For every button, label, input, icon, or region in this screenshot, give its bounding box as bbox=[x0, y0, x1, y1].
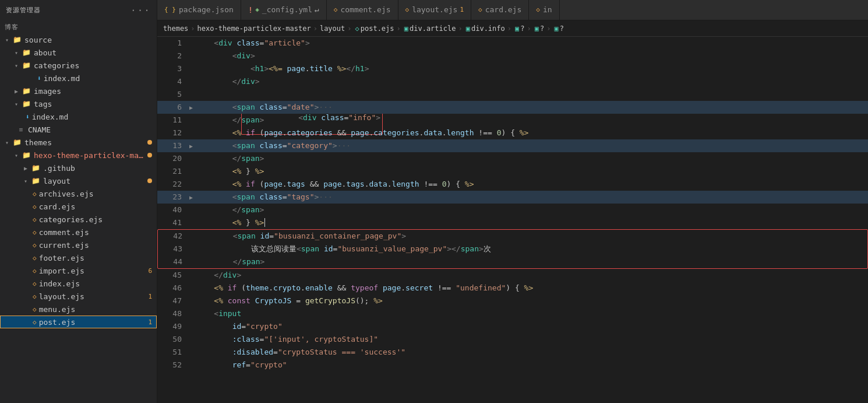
editor-content: 1 <div class="article"> 2 <div> 3 <h1><%… bbox=[157, 37, 868, 403]
line-code-4: </div> bbox=[196, 75, 868, 88]
sidebar-item-github[interactable]: ▶ 📁 .github bbox=[0, 162, 157, 174]
tab-icon-config: ◈ bbox=[255, 6, 259, 13]
line-num-11: 11 bbox=[157, 114, 186, 127]
line-code-6: <span class="date">··· bbox=[196, 101, 868, 114]
line-code-45: </div> bbox=[196, 269, 868, 282]
sidebar-label-tags: tags bbox=[34, 100, 157, 108]
line-num-50: 50 bbox=[157, 333, 186, 346]
sidebar-item-layout[interactable]: ▾ 📁 layout bbox=[0, 174, 157, 187]
line-num-6: 6 bbox=[157, 101, 186, 114]
line-code-43: 该文总阅读量<span id="busuanzi_value_page_pv">… bbox=[196, 243, 867, 255]
sidebar-item-tags[interactable]: ▾ 📁 tags bbox=[0, 97, 157, 110]
sidebar-item-cname[interactable]: ≡ CNAME bbox=[0, 123, 157, 136]
line-21: 21 <% } %> bbox=[157, 165, 868, 178]
ejs-icon-layout: ◇ bbox=[33, 293, 37, 300]
line-22: 22 <% if (page.tags && page.tags.data.le… bbox=[157, 178, 868, 191]
bc-post: post.ejs bbox=[361, 24, 394, 33]
line-code-40: </span> bbox=[196, 204, 868, 216]
sidebar-item-menu[interactable]: ◇ menu.ejs bbox=[0, 303, 157, 316]
tab-label-card: card.ejs bbox=[485, 5, 522, 14]
sidebar-item-archives[interactable]: ◇ archives.ejs bbox=[0, 187, 157, 200]
line-5: 5 <div class="info"> bbox=[157, 88, 868, 101]
bc-sep-7: › bbox=[527, 24, 531, 33]
sidebar-label-import: import.ejs bbox=[39, 267, 149, 275]
line-code-48: <input bbox=[196, 307, 868, 320]
bc-icon-6: ▣ bbox=[554, 24, 558, 33]
breadcrumb: themes › hexo-theme-particlex-master › l… bbox=[157, 20, 868, 37]
sidebar-item-categories[interactable]: ▾ 📁 categories bbox=[0, 59, 157, 72]
line-num-23: 23 bbox=[157, 191, 186, 204]
sidebar-item-images[interactable]: ▶ 📁 images bbox=[0, 85, 157, 97]
tab-config[interactable]: ! ◈ _config.yml ↵ bbox=[241, 0, 327, 20]
editor-lines: 1 <div class="article"> 2 <div> 3 <h1><%… bbox=[157, 37, 868, 403]
sidebar-item-comment[interactable]: ◇ comment.ejs bbox=[0, 226, 157, 239]
line-arrow-13[interactable]: ▶ bbox=[186, 143, 196, 149]
md-icon-1: ⬇ bbox=[37, 75, 41, 82]
line-arrow-6[interactable]: ▶ bbox=[186, 104, 196, 111]
line-3: 3 <h1><%= page.title %></h1> bbox=[157, 62, 868, 75]
sidebar-label-hexo: hexo-theme-particlex-master bbox=[34, 151, 147, 160]
line-45: 45 </div> bbox=[157, 269, 868, 282]
arrow-hexo: ▾ bbox=[12, 152, 21, 159]
ejs-icon-card: ◇ bbox=[33, 203, 37, 211]
bc-hexo: hexo-theme-particlex-master bbox=[197, 24, 311, 33]
bc-sep-8: › bbox=[546, 24, 551, 33]
sidebar-item-index-ejs[interactable]: ◇ index.ejs bbox=[0, 277, 157, 290]
line-code-23: <span class="tags">··· bbox=[196, 191, 868, 204]
tab-package[interactable]: { } package.json bbox=[157, 0, 241, 20]
bc-q1: ? bbox=[520, 24, 524, 33]
sidebar-item-post[interactable]: ◇ post.ejs 1 bbox=[0, 316, 157, 328]
line-num-47: 47 bbox=[157, 295, 186, 307]
sidebar-item-themes[interactable]: ▾ 📁 themes bbox=[0, 136, 157, 149]
sidebar-item-source[interactable]: ▾ 📁 source bbox=[0, 33, 157, 46]
sidebar-item-categories-ejs[interactable]: ◇ categories.ejs bbox=[0, 213, 157, 226]
sidebar-item-current[interactable]: ◇ current.ejs bbox=[0, 239, 157, 251]
line-code-13: <span class="category">··· bbox=[196, 139, 868, 152]
sidebar-item-index-md-2[interactable]: ⬇ index.md bbox=[0, 110, 157, 123]
sidebar-label-themes: themes bbox=[24, 138, 147, 147]
line-num-3: 3 bbox=[157, 62, 186, 75]
line-code-3: <h1><%= page.title %></h1> bbox=[196, 62, 868, 75]
arrow-source: ▾ bbox=[2, 37, 12, 43]
sidebar-item-index-md-1[interactable]: ⬇ index.md bbox=[0, 72, 157, 85]
tab-label-config: _config.yml bbox=[262, 5, 312, 14]
line-4: 4 </div> bbox=[157, 75, 868, 88]
line-num-13: 13 bbox=[157, 139, 186, 152]
line-code-5: <div class="info"> bbox=[196, 88, 868, 101]
line-arrow-23[interactable]: ▶ bbox=[186, 194, 196, 201]
line-code-1: <div class="article"> bbox=[196, 37, 868, 50]
tab-layout[interactable]: ◇ layout.ejs 1 bbox=[398, 0, 472, 20]
sidebar-section-blog[interactable]: 博客 bbox=[0, 20, 157, 33]
line-num-48: 48 bbox=[157, 307, 186, 320]
bc-layout: layout bbox=[320, 24, 345, 33]
tab-card[interactable]: ◇ card.ejs bbox=[471, 0, 529, 20]
line-42: 42 <span id="busuanzi_container_page_pv"… bbox=[158, 230, 867, 243]
tab-in[interactable]: ◇ in bbox=[529, 0, 559, 20]
sidebar-label-index-ejs: index.ejs bbox=[39, 279, 157, 288]
editor-area: { } package.json ! ◈ _config.yml ↵ ◇ com… bbox=[157, 0, 868, 403]
arrow-categories: ▾ bbox=[12, 62, 21, 69]
sidebar-label-about: about bbox=[34, 48, 157, 57]
sidebar-item-import[interactable]: ◇ import.ejs 6 bbox=[0, 264, 157, 277]
sidebar-item-footer[interactable]: ◇ footer.ejs bbox=[0, 251, 157, 264]
arrow-tags: ▾ bbox=[12, 101, 21, 107]
bc-sep-3: › bbox=[347, 24, 351, 33]
sidebar-item-hexo-theme[interactable]: ▾ 📁 hexo-theme-particlex-master bbox=[0, 149, 157, 162]
sidebar-item-card[interactable]: ◇ card.ejs bbox=[0, 200, 157, 213]
bc-div-info: div.info bbox=[471, 24, 505, 33]
line-num-1: 1 bbox=[157, 37, 186, 50]
tab-comment[interactable]: ◇ comment.ejs bbox=[327, 0, 398, 20]
sidebar-label-comment: comment.ejs bbox=[39, 228, 157, 237]
line-44: 44 </span> bbox=[158, 255, 867, 268]
ejs-icon-import: ◇ bbox=[33, 267, 37, 275]
ejs-icon-comment: ◇ bbox=[33, 229, 37, 236]
tab-icon-layout: ◇ bbox=[405, 6, 410, 13]
sidebar-more-button[interactable]: ··· bbox=[130, 5, 151, 16]
ejs-icon-archives: ◇ bbox=[33, 190, 37, 198]
line-43: 43 该文总阅读量<span id="busuanzi_value_page_p… bbox=[158, 243, 867, 255]
arrow-images: ▶ bbox=[12, 88, 21, 94]
line-code-12: <% if (page.categories && page.categorie… bbox=[196, 127, 868, 139]
layout-ejs-badge: 1 bbox=[148, 293, 152, 300]
sidebar-item-about[interactable]: ▾ 📁 about bbox=[0, 46, 157, 59]
sidebar-item-layout-ejs[interactable]: ◇ layout.ejs 1 bbox=[0, 290, 157, 303]
